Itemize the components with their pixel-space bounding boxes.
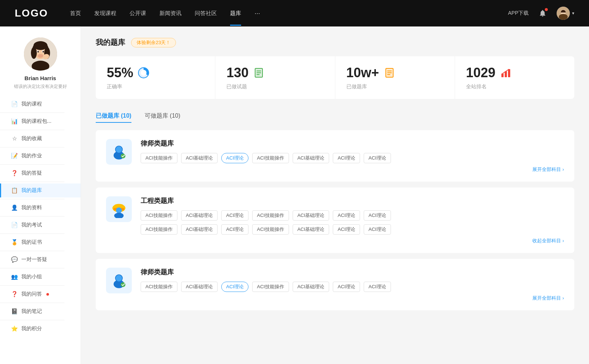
sidebar-item-cert[interactable]: 🏅 我的证书 — [0, 235, 81, 249]
sidebar-item-profile[interactable]: 👤 我的资料 — [0, 201, 81, 215]
tag-0[interactable]: ACI技能操作 — [141, 282, 177, 292]
nav-discover[interactable]: 发现课程 — [94, 10, 116, 17]
divider — [0, 199, 64, 199]
tag-2-active[interactable]: ACI理论 — [221, 153, 248, 163]
svg-rect-30 — [508, 69, 510, 77]
sidebar-item-homework[interactable]: 📝 我的作业 — [0, 149, 81, 163]
notification-bell[interactable] — [537, 8, 548, 18]
expand-row: 展开全部科目 › — [141, 166, 564, 173]
header-right: APP下载 ▾ — [508, 7, 574, 20]
sidebar-item-qa[interactable]: ❓ 我的答疑 — [0, 166, 81, 180]
tag-2-active[interactable]: ACI理论 — [221, 282, 248, 292]
tag-5[interactable]: ACI理论 — [333, 282, 360, 292]
user-avatar-menu[interactable]: ▾ — [557, 7, 574, 20]
sidebar-label: 我的考试 — [21, 222, 42, 228]
stat-accuracy: 55% 正确率 — [96, 56, 215, 99]
expand-row: 展开全部科目 › — [141, 295, 564, 301]
tags-row-1: ACI技能操作 ACI基础理论 ACI理论 ACI技能操作 ACI基础理论 AC… — [141, 153, 564, 163]
tag-6[interactable]: ACI理论 — [364, 153, 391, 163]
sidebar-item-course[interactable]: 📄 我的课程 — [0, 97, 81, 111]
tabs-row: 已做题库 (10) 可做题库 (10) — [96, 109, 574, 123]
expand-row: 收起全部科目 › — [141, 238, 564, 244]
main-nav: 首页 发现课程 公开课 新闻资讯 问答社区 题库 ··· — [70, 10, 508, 17]
sidebar-item-tutor[interactable]: 💬 一对一答疑 — [0, 253, 81, 267]
sidebar-label: 我的笔记 — [21, 308, 42, 315]
nav-more[interactable]: ··· — [254, 10, 260, 17]
tag-9[interactable]: ACI理论 — [221, 224, 248, 235]
course-icon: 📄 — [11, 101, 18, 107]
tag-12[interactable]: ACI理论 — [333, 224, 360, 235]
tag-6[interactable]: ACI理论 — [364, 210, 391, 221]
divider — [0, 130, 64, 130]
tag-13[interactable]: ACI理论 — [364, 224, 391, 235]
sidebar-item-myqa[interactable]: ❓ 我的问答 — [0, 287, 81, 301]
tag-1[interactable]: ACI基础理论 — [181, 282, 218, 292]
tag-3[interactable]: ACI技能操作 — [252, 153, 289, 163]
main-content: 我的题库 体验剩余23天！ 55% 正确率 — [81, 26, 589, 364]
tag-2[interactable]: ACI理论 — [221, 210, 248, 221]
tag-10[interactable]: ACI技能操作 — [252, 224, 289, 235]
tag-0[interactable]: ACI技能操作 — [141, 153, 177, 163]
tag-8[interactable]: ACI基础理论 — [181, 224, 218, 235]
profile-avatar — [24, 38, 57, 71]
tag-4[interactable]: ACI基础理论 — [293, 282, 329, 292]
nav-news[interactable]: 新闻资讯 — [159, 10, 181, 17]
stat-top: 55% — [107, 65, 204, 81]
tags-row-3: ACI技能操作 ACI基础理论 ACI理论 ACI技能操作 ACI基础理论 AC… — [141, 282, 564, 292]
bank-name: 律师类题库 — [141, 139, 564, 148]
sidebar-item-group[interactable]: 👥 我的小组 — [0, 270, 81, 284]
tag-3[interactable]: ACI技能操作 — [252, 210, 289, 221]
nav-bank[interactable]: 题库 — [230, 10, 241, 17]
tag-7[interactable]: ACI技能操作 — [141, 224, 177, 235]
svg-point-13 — [37, 51, 39, 53]
divider — [0, 182, 64, 182]
bank-name: 工程类题库 — [141, 196, 564, 205]
sidebar-label: 我的课程 — [21, 101, 42, 107]
tag-5[interactable]: ACI理论 — [333, 153, 360, 163]
tag-0[interactable]: ACI技能操作 — [141, 210, 177, 221]
svg-point-10 — [33, 41, 47, 50]
stat-label: 已做题库 — [346, 83, 444, 90]
app-download-button[interactable]: APP下载 — [508, 10, 529, 17]
engineer-icon-wrap — [106, 196, 132, 222]
nav-home[interactable]: 首页 — [70, 10, 81, 17]
notification-badge — [545, 8, 548, 11]
tag-1[interactable]: ACI基础理论 — [181, 153, 218, 163]
bank-name: 律师类题库 — [141, 268, 564, 276]
divider — [0, 251, 64, 251]
nav-open-course[interactable]: 公开课 — [130, 10, 146, 17]
tag-1[interactable]: ACI基础理论 — [181, 210, 218, 221]
expand-link-3[interactable]: 展开全部科目 › — [532, 295, 564, 301]
tab-available[interactable]: 可做题库 (10) — [145, 109, 180, 123]
sidebar-item-notes[interactable]: 📓 我的笔记 — [0, 304, 81, 318]
tag-4[interactable]: ACI基础理论 — [293, 153, 329, 163]
collapse-link[interactable]: 收起全部科目 › — [532, 238, 564, 244]
divider — [0, 320, 64, 320]
sidebar-label: 我的课程包... — [21, 118, 52, 125]
tag-3[interactable]: ACI技能操作 — [252, 282, 289, 292]
stat-label: 正确率 — [107, 83, 204, 90]
nav-qa[interactable]: 问答社区 — [195, 10, 217, 17]
main-layout: Brian Harris 错误的决定比没有决定要好 📄 我的课程 📊 我的课程包… — [0, 26, 589, 364]
sidebar-item-points[interactable]: ⭐ 我的积分 — [0, 322, 81, 336]
tag-5[interactable]: ACI理论 — [333, 210, 360, 221]
sidebar-item-package[interactable]: 📊 我的课程包... — [0, 114, 81, 128]
tag-4[interactable]: ACI基础理论 — [293, 210, 329, 221]
tutor-icon: 💬 — [11, 256, 18, 263]
tab-done[interactable]: 已做题库 (10) — [96, 109, 131, 123]
sidebar: Brian Harris 错误的决定比没有决定要好 📄 我的课程 📊 我的课程包… — [0, 26, 81, 364]
sidebar-item-exam[interactable]: 📄 我的考试 — [0, 218, 81, 232]
chart-red-icon — [500, 67, 512, 79]
sidebar-label: 我的积分 — [21, 325, 42, 332]
expand-link[interactable]: 展开全部科目 › — [532, 166, 564, 173]
page-title-row: 我的题库 体验剩余23天！ — [96, 38, 574, 47]
tags-row-2a: ACI技能操作 ACI基础理论 ACI理论 ACI技能操作 ACI基础理论 AC… — [141, 210, 564, 221]
bank-icon: 📋 — [11, 187, 18, 194]
tag-11[interactable]: ACI基础理论 — [293, 224, 329, 235]
lawyer-icon-wrap-2 — [106, 268, 132, 293]
tag-6[interactable]: ACI理论 — [364, 282, 391, 292]
logo[interactable]: LOGO — [15, 7, 48, 19]
sidebar-item-favorites[interactable]: ☆ 我的收藏 — [0, 132, 81, 146]
sidebar-item-bank[interactable]: 📋 我的题库 — [0, 183, 81, 197]
pie-chart-icon — [138, 67, 149, 79]
